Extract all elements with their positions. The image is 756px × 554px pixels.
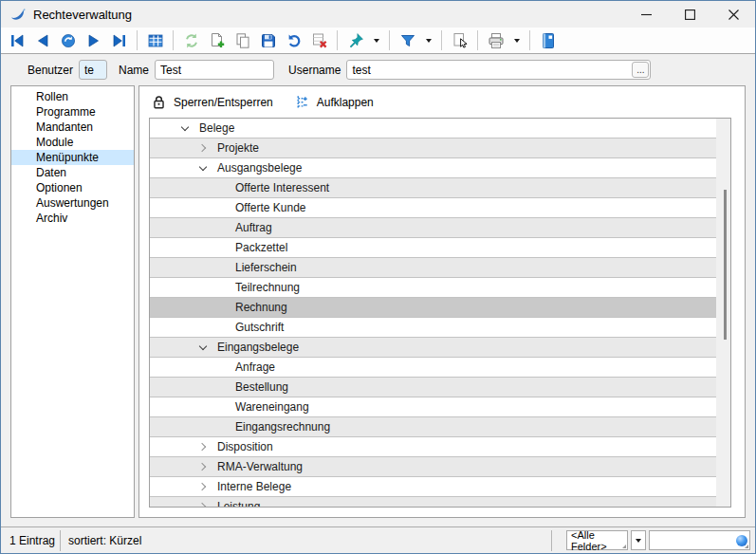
- tree-row[interactable]: Lieferschein: [150, 258, 716, 278]
- new-record-button[interactable]: [206, 29, 228, 51]
- username-field[interactable]: [346, 60, 651, 80]
- statusbar: 1 Eintrag sortiert: Kürzel <Alle Felder>: [1, 526, 755, 553]
- toolbar-separator: [337, 30, 338, 50]
- tree-row-label: Wareneingang: [235, 400, 309, 414]
- print-dropdown-button[interactable]: [510, 29, 523, 51]
- app-window: Rechteverwaltung: [0, 0, 756, 554]
- status-search-group: <Alle Felder>: [551, 530, 750, 551]
- save-icon: [259, 31, 278, 50]
- filter-dropdown-button[interactable]: [422, 29, 434, 51]
- tree-row[interactable]: Disposition: [150, 437, 716, 457]
- sidebar-item[interactable]: Daten: [11, 165, 134, 180]
- tree-row[interactable]: Offerte Interessent: [150, 178, 716, 198]
- aufklappen-button[interactable]: Aufklappen: [294, 94, 374, 110]
- chevron-down-icon: [181, 122, 189, 130]
- tree-row[interactable]: Interne Belege: [150, 477, 716, 497]
- tree-row-label: Gutschrift: [235, 321, 284, 334]
- print-button[interactable]: [485, 29, 507, 51]
- chevron-down-icon: [374, 39, 379, 43]
- tree-row-label: Disposition: [217, 440, 273, 453]
- sidebar-item[interactable]: Rollen: [11, 89, 134, 104]
- sidebar-item[interactable]: Menüpunkte: [11, 150, 134, 165]
- tree-expander[interactable]: [199, 346, 217, 349]
- tree-row[interactable]: Eingangsbelege: [150, 338, 716, 358]
- tree-row-label: Packzettel: [235, 241, 287, 254]
- toolbar-separator: [477, 30, 478, 50]
- filter-button[interactable]: [396, 29, 418, 51]
- sperren-entsperren-label: Sperren/Entsperren: [174, 96, 273, 109]
- tree-expander[interactable]: [199, 145, 217, 151]
- sidebar-list: RollenProgrammeMandantenModuleMenüpunkte…: [10, 85, 135, 518]
- username-browse-button[interactable]: ...: [632, 62, 649, 78]
- tree-expander[interactable]: [181, 127, 199, 130]
- tree-row[interactable]: Auftrag: [150, 218, 716, 238]
- record-formbar: Benutzer Name Username ...: [1, 54, 755, 85]
- toolbar-separator: [137, 30, 138, 50]
- refresh-button[interactable]: [180, 29, 202, 51]
- tree-row[interactable]: Teilrechnung: [150, 278, 716, 298]
- first-record-button[interactable]: [6, 29, 28, 51]
- tree-row-label: Eingangsrechnung: [235, 420, 330, 434]
- next-record-button[interactable]: [83, 29, 104, 51]
- field-filter-dropdown-button[interactable]: [631, 530, 646, 550]
- sidebar-item[interactable]: Module: [11, 135, 134, 150]
- sidebar-item[interactable]: Programme: [11, 104, 134, 120]
- tree-row-label: Anfrage: [235, 360, 275, 374]
- tree-expander[interactable]: [199, 444, 217, 450]
- tree-row[interactable]: Eingangsrechnung: [150, 417, 716, 437]
- tree-scrollbar[interactable]: [716, 119, 730, 507]
- save-button[interactable]: [257, 29, 279, 51]
- window-controls: [624, 1, 755, 28]
- benutzer-field[interactable]: [79, 60, 107, 80]
- tree-row[interactable]: Ausgangsbelege: [150, 158, 716, 178]
- new-record-icon: [208, 31, 227, 50]
- sidebar-item[interactable]: Auswertungen: [11, 195, 134, 211]
- tree-row[interactable]: Offerte Kunde: [150, 198, 716, 218]
- tree-row[interactable]: Projekte: [150, 138, 716, 158]
- last-record-button[interactable]: [108, 29, 130, 51]
- tree-expander[interactable]: [199, 167, 217, 170]
- tree-expander[interactable]: [199, 504, 217, 507]
- pin-button[interactable]: [344, 29, 366, 51]
- field-filter-combo[interactable]: <Alle Felder>: [566, 530, 628, 550]
- undo-button[interactable]: [283, 29, 304, 51]
- tree-expander[interactable]: [199, 484, 217, 489]
- tree-row[interactable]: Rechnung: [150, 298, 716, 318]
- select-record-button[interactable]: [449, 29, 470, 51]
- previous-record-button[interactable]: [31, 29, 53, 51]
- name-field[interactable]: [155, 60, 274, 80]
- chevron-down-icon: [636, 539, 641, 543]
- tree-row[interactable]: Packzettel: [150, 238, 716, 258]
- minimize-button[interactable]: [624, 1, 668, 28]
- sidebar-item[interactable]: Optionen: [11, 180, 134, 195]
- tree-scrollbar-thumb[interactable]: [724, 190, 727, 340]
- delete-record-icon: [310, 31, 329, 50]
- chevron-right-icon: [198, 443, 206, 451]
- name-label: Name: [119, 64, 149, 77]
- copy-record-icon: [233, 31, 252, 50]
- tree-expander[interactable]: [199, 464, 217, 470]
- sperren-entsperren-button[interactable]: Sperren/Entsperren: [151, 94, 273, 110]
- tree-row[interactable]: Anfrage: [150, 358, 716, 378]
- journal-button[interactable]: [537, 29, 559, 51]
- tree-row[interactable]: RMA-Verwaltung: [150, 457, 716, 477]
- copy-record-button[interactable]: [231, 29, 253, 51]
- expand-tree-icon: [294, 94, 310, 110]
- pin-dropdown-button[interactable]: [370, 29, 382, 51]
- tree-list: BelegeProjekteAusgangsbelegeOfferte Inte…: [150, 119, 716, 507]
- table-view-button[interactable]: [144, 29, 166, 51]
- sidebar-item[interactable]: Mandanten: [11, 120, 134, 135]
- username-label: Username: [288, 64, 341, 77]
- maximize-button[interactable]: [668, 1, 711, 28]
- tree-row[interactable]: Gutschrift: [150, 318, 716, 338]
- tree-row[interactable]: Bestellung: [150, 378, 716, 397]
- close-button[interactable]: [711, 1, 755, 28]
- refresh-record-button[interactable]: [57, 29, 79, 51]
- sidebar-item[interactable]: Archiv: [11, 211, 134, 226]
- delete-record-button[interactable]: [308, 29, 330, 51]
- status-search-input[interactable]: [650, 532, 733, 548]
- tree-row[interactable]: Belege: [150, 119, 716, 138]
- tree-row[interactable]: Wareneingang: [150, 397, 716, 417]
- tree-row-label: Bestellung: [235, 380, 288, 394]
- tree-row[interactable]: Leistung: [150, 497, 716, 507]
